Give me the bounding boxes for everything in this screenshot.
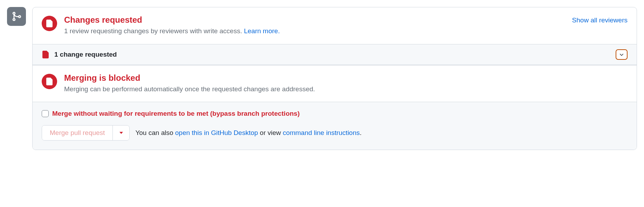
- cli-instructions-link[interactable]: command line instructions: [283, 129, 360, 136]
- merge-footer-section: Merge without waiting for requirements t…: [33, 102, 637, 150]
- file-diff-icon: [42, 51, 49, 58]
- file-diff-icon: [46, 20, 53, 27]
- changes-requested-title: Changes requested: [64, 15, 565, 25]
- merge-options-dropdown[interactable]: [112, 126, 129, 140]
- status-circle-changes: [42, 16, 57, 31]
- bypass-label[interactable]: Merge without waiting for requirements t…: [52, 110, 300, 117]
- file-diff-icon: [46, 78, 53, 85]
- change-summary-row: 1 change requested: [33, 44, 637, 65]
- git-merge-icon: [11, 11, 22, 22]
- change-count-text: 1 change requested: [54, 51, 117, 58]
- triangle-down-icon: [119, 131, 123, 135]
- review-desc-text: 1 review requesting changes by reviewers…: [64, 27, 244, 35]
- hint-middle: or view: [258, 129, 283, 136]
- merge-button-group: Merge pull request: [42, 125, 130, 141]
- open-desktop-link[interactable]: open this in GitHub Desktop: [175, 129, 258, 136]
- merging-blocked-title: Merging is blocked: [64, 73, 628, 83]
- merge-pull-request-button[interactable]: Merge pull request: [42, 126, 112, 140]
- timeline-merge-badge: [7, 7, 26, 26]
- hint-end: .: [360, 129, 362, 136]
- chevron-down-icon: [619, 52, 624, 57]
- merging-blocked-description: Merging can be performed automatically o…: [64, 84, 628, 94]
- bypass-checkbox[interactable]: [42, 110, 49, 117]
- merge-status-panel: Changes requested 1 review requesting ch…: [32, 7, 637, 150]
- changes-requested-description: 1 review requesting changes by reviewers…: [64, 26, 565, 36]
- learn-more-link[interactable]: Learn more.: [244, 27, 280, 35]
- merge-hint-text: You can also open this in GitHub Desktop…: [135, 129, 362, 137]
- changes-requested-section: Changes requested 1 review requesting ch…: [33, 7, 637, 44]
- show-all-reviewers-link[interactable]: Show all reviewers: [572, 15, 628, 24]
- status-circle-blocked: [42, 74, 57, 89]
- merging-blocked-section: Merging is blocked Merging can be perfor…: [33, 65, 637, 102]
- expand-changes-button[interactable]: [616, 49, 628, 60]
- hint-prefix: You can also: [135, 129, 175, 136]
